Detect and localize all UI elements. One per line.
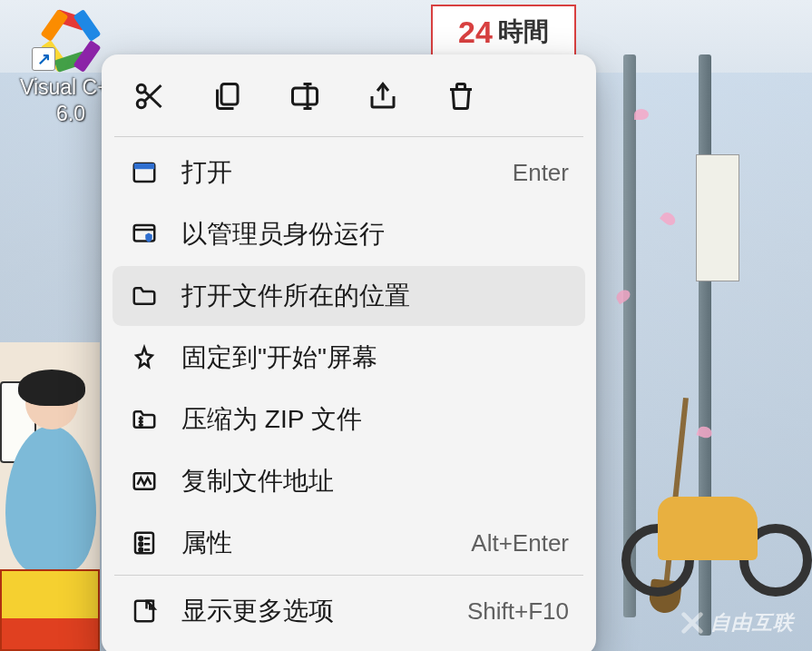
delete-button[interactable]	[441, 78, 481, 118]
menu-item-copy-path[interactable]: 复制文件地址	[113, 451, 585, 511]
trash-icon	[445, 80, 477, 116]
menu-item-label: 打开文件所在的位置	[181, 279, 569, 313]
menu-item-compress-zip[interactable]: 压缩为 ZIP 文件	[113, 390, 585, 449]
menu-item-properties[interactable]: 属性 Alt+Enter	[113, 513, 585, 573]
menu-item-label: 复制文件地址	[181, 464, 569, 498]
svg-rect-4	[221, 84, 238, 105]
rename-icon	[289, 80, 321, 116]
svg-point-23	[139, 548, 142, 552]
menu-item-label: 打开	[181, 155, 513, 190]
menu-item-label: 压缩为 ZIP 文件	[181, 402, 569, 437]
svg-point-21	[139, 542, 142, 546]
background-motorbike	[649, 469, 794, 597]
context-menu-toolbar	[109, 64, 589, 134]
pin-icon	[129, 342, 160, 373]
zip-icon	[129, 404, 160, 435]
visual-cpp-icon: ↗	[34, 5, 108, 69]
menu-item-accelerator: Shift+F10	[467, 597, 569, 626]
copy-button[interactable]	[207, 78, 247, 118]
share-button[interactable]	[363, 78, 403, 118]
background-sign: 時間	[431, 5, 576, 59]
more-options-icon	[129, 596, 160, 626]
svg-point-0	[137, 100, 145, 108]
context-menu: 打开 Enter 以管理员身份运行 打开文件所在的位置 固定到"开始"屏幕 压缩…	[102, 54, 596, 651]
copy-path-icon	[129, 466, 160, 497]
menu-item-label: 显示更多选项	[181, 594, 467, 628]
svg-point-19	[139, 537, 142, 540]
svg-rect-5	[293, 88, 318, 104]
menu-item-pin-to-start[interactable]: 固定到"开始"屏幕	[113, 328, 585, 388]
divider	[114, 136, 583, 137]
share-icon	[367, 80, 399, 116]
rename-button[interactable]	[285, 78, 325, 118]
shortcut-overlay-icon: ↗	[32, 47, 55, 71]
menu-item-open-file-location[interactable]: 打开文件所在的位置	[113, 266, 585, 326]
copy-icon	[210, 80, 243, 116]
menu-item-label: 以管理员身份运行	[181, 217, 569, 252]
cut-button[interactable]	[129, 78, 169, 118]
shield-admin-icon	[129, 219, 160, 250]
open-icon	[129, 157, 160, 188]
menu-item-open[interactable]: 打开 Enter	[113, 143, 585, 202]
folder-icon	[129, 281, 160, 311]
menu-item-label: 属性	[181, 526, 471, 560]
watermark: 自由互联	[680, 609, 794, 636]
svg-rect-11	[134, 163, 155, 169]
menu-item-accelerator: Alt+Enter	[471, 529, 569, 557]
properties-icon	[129, 528, 160, 558]
menu-item-accelerator: Enter	[513, 159, 569, 187]
menu-item-label: 固定到"开始"屏幕	[181, 340, 569, 375]
menu-item-run-as-admin[interactable]: 以管理员身份运行	[113, 204, 585, 264]
divider	[114, 575, 583, 576]
menu-item-show-more-options[interactable]: 显示更多选项 Shift+F10	[113, 581, 585, 641]
svg-point-1	[137, 84, 145, 93]
scissors-icon	[132, 80, 165, 116]
